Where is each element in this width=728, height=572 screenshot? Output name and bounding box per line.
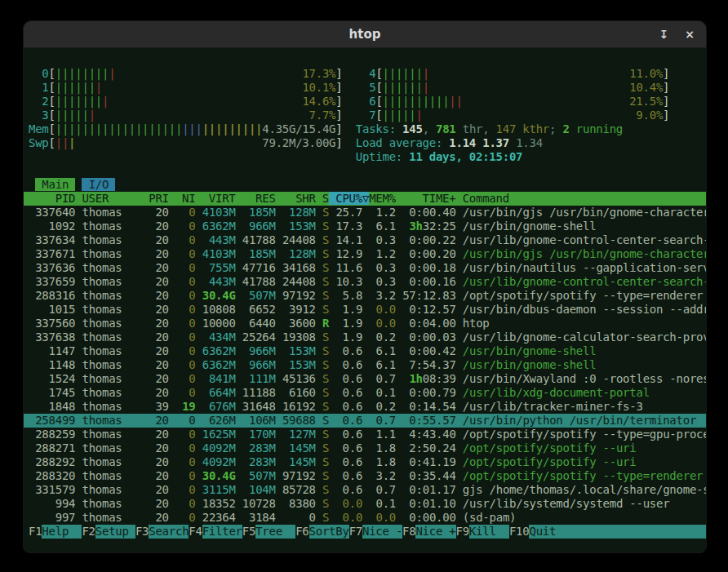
gap bbox=[396, 497, 402, 510]
tab-io[interactable]: I/O bbox=[82, 178, 115, 191]
gap bbox=[276, 219, 282, 233]
gap bbox=[316, 414, 322, 427]
process-row[interactable]: 337560 thomas 20 0 10000 6440 3600 R 1.9… bbox=[29, 317, 706, 330]
process-row[interactable]: 337671 thomas 20 0 4103M 185M 128M S 12.… bbox=[29, 247, 706, 261]
cpu-bar-kernel: || bbox=[449, 95, 462, 108]
cpu-meter-percent: 17.3% bbox=[302, 67, 335, 80]
process-row[interactable]: 337636 thomas 20 0 755M 47716 34168 S 11… bbox=[29, 261, 706, 275]
close-icon[interactable]: × bbox=[685, 29, 695, 40]
process-row[interactable]: 337638 thomas 20 0 434M 25264 19308 S 1.… bbox=[29, 330, 706, 344]
fkey-setup-button[interactable]: Setup bbox=[95, 525, 135, 539]
process-row[interactable]: 288259 thomas 20 0 1625M 170M 127M S 0.6… bbox=[29, 428, 706, 441]
gap bbox=[196, 303, 202, 316]
meter-bracket: ] bbox=[663, 67, 669, 80]
meter-fill bbox=[95, 109, 309, 122]
cell-command: /usr/bin/python /usr/bin/terminator bbox=[463, 414, 696, 427]
cell-shr: 97192 bbox=[282, 289, 316, 302]
uptime: Uptime: bbox=[356, 150, 409, 163]
fkey-kill-button[interactable]: Kill bbox=[469, 525, 509, 539]
process-row[interactable]: 1148 thomas 20 0 6362M 966M 153M S 0.6 6… bbox=[29, 358, 706, 372]
desktop-background: htop ↧ × 0[||||||||| 17.3%] 4[||||||| 11… bbox=[0, 0, 728, 572]
fkey-quit-button[interactable]: Quit bbox=[529, 525, 569, 539]
meter-bracket: ] bbox=[663, 81, 669, 94]
gap bbox=[276, 289, 282, 302]
cell-pid: 337560 bbox=[29, 317, 75, 330]
header-cells: MEM% TIME+ Command bbox=[369, 192, 509, 205]
cell-state: S bbox=[322, 206, 329, 219]
process-row[interactable]: 994 thomas 20 0 18352 10728 8380 S 0.0 0… bbox=[29, 497, 706, 511]
gap bbox=[169, 455, 175, 468]
cpu-bar-normal: |||||| bbox=[55, 81, 95, 94]
cell-shr: 8380 bbox=[282, 497, 316, 510]
cell-command: /usr/lib/systemd/systemd --user bbox=[463, 497, 670, 510]
process-row[interactable]: 337659 thomas 20 0 443M 41788 24408 S 10… bbox=[29, 275, 706, 289]
cell-time: 0:55.57 bbox=[402, 414, 455, 427]
cell-shr: 145M bbox=[282, 455, 316, 468]
gap bbox=[169, 233, 175, 246]
fkey-filter-button[interactable]: Filter bbox=[202, 525, 242, 539]
cell-cpu-percent: 10.3 bbox=[335, 275, 362, 288]
process-row[interactable]: 337634 thomas 20 0 443M 41788 24408 S 14… bbox=[29, 233, 706, 247]
cell-nice: 0 bbox=[175, 261, 196, 274]
gap bbox=[276, 206, 282, 219]
process-row[interactable]: 1147 thomas 20 0 6362M 966M 153M S 0.6 6… bbox=[29, 344, 706, 358]
cell-virt: 4092M bbox=[202, 455, 236, 468]
cell-shr: 16192 bbox=[282, 400, 316, 413]
cell-shr: 153M bbox=[282, 344, 316, 357]
fkey-label: F6 bbox=[295, 525, 309, 539]
cell-virt: 6362M bbox=[202, 358, 236, 371]
gap bbox=[169, 372, 175, 385]
fkey-help-button[interactable]: Help bbox=[42, 525, 82, 539]
fkey-sortby-button[interactable]: SortBy bbox=[309, 525, 349, 539]
process-row[interactable]: 1745 thomas 20 0 664M 11188 6160 S 0.6 0… bbox=[29, 386, 706, 400]
restore-icon[interactable]: ↧ bbox=[659, 29, 669, 40]
gap bbox=[236, 414, 242, 427]
process-row[interactable]: 288316 thomas 20 0 30.4G 507M 97192 S 5.… bbox=[29, 289, 706, 303]
cell-command: /usr/bin/gnome-shell bbox=[463, 219, 597, 233]
process-row[interactable]: 288271 thomas 20 0 4092M 283M 145M S 0.6… bbox=[29, 441, 706, 455]
cell-nice: 19 bbox=[175, 400, 196, 413]
process-row[interactable]: 997 thomas 20 0 22364 3184 0 S 0.0 0.0 0… bbox=[29, 511, 706, 525]
cell-pid: 288259 bbox=[29, 428, 75, 441]
cell-nice: 0 bbox=[175, 455, 196, 468]
process-row[interactable]: 1015 thomas 20 0 10808 6652 3912 S 1.9 0… bbox=[29, 303, 706, 317]
gap bbox=[196, 358, 202, 371]
gap bbox=[342, 109, 355, 122]
table-header[interactable]: PID USER PRI NI VIRT RES SHR S CPU%▽MEM%… bbox=[24, 192, 706, 206]
process-row[interactable]: 337640 thomas 20 0 4103M 185M 128M S 25.… bbox=[29, 206, 706, 219]
fkey-nice-button[interactable]: Nice - bbox=[362, 525, 402, 539]
gap bbox=[396, 330, 402, 344]
tab-main[interactable]: Main bbox=[35, 178, 75, 191]
cell-mem-percent: 3.2 bbox=[369, 469, 396, 482]
process-row[interactable]: 288292 thomas 20 0 4092M 283M 145M S 0.6… bbox=[29, 455, 706, 469]
gap bbox=[276, 372, 282, 385]
gap bbox=[196, 455, 202, 468]
cell-command: /usr/lib/xdg-document-portal bbox=[463, 386, 650, 399]
cell-time-hours: 1h bbox=[409, 372, 422, 385]
tasks-status: 147 bbox=[496, 122, 517, 135]
gap bbox=[456, 372, 463, 385]
gap bbox=[196, 469, 202, 482]
cell-time: 0:14.54 bbox=[402, 400, 455, 413]
fkey-nice-button[interactable]: Nice + bbox=[415, 525, 455, 539]
gap bbox=[396, 247, 402, 260]
gap bbox=[396, 358, 402, 371]
process-row[interactable]: 288320 thomas 20 0 30.4G 507M 97192 S 0.… bbox=[29, 469, 706, 483]
gap bbox=[196, 386, 202, 399]
process-row[interactable]: 258499 thomas 20 0 626M 106M 59688 S 0.6… bbox=[24, 414, 706, 428]
fkey-label: F4 bbox=[189, 525, 202, 539]
cell-priority: 20 bbox=[149, 219, 169, 233]
process-row[interactable]: 1092 thomas 20 0 6362M 966M 153M S 17.3 … bbox=[29, 219, 706, 233]
cell-cpu-percent: 0.6 bbox=[335, 386, 362, 399]
process-row[interactable]: 1848 thomas 39 19 676M 31648 16192 S 0.6… bbox=[29, 400, 706, 414]
cell-user: thomas bbox=[82, 275, 149, 288]
cell-virt: 10808 bbox=[202, 303, 236, 316]
titlebar[interactable]: htop ↧ × bbox=[24, 21, 706, 48]
gap bbox=[276, 386, 282, 399]
fkey-search-button[interactable]: Search bbox=[149, 525, 189, 539]
fkey-tree-button[interactable]: Tree bbox=[255, 525, 295, 539]
gap bbox=[456, 303, 463, 316]
gap bbox=[276, 261, 282, 274]
process-row[interactable]: 1524 thomas 20 0 841M 111M 45136 S 0.6 0… bbox=[29, 372, 706, 386]
process-row[interactable]: 331579 thomas 20 0 3115M 104M 85728 S 0.… bbox=[29, 483, 706, 497]
